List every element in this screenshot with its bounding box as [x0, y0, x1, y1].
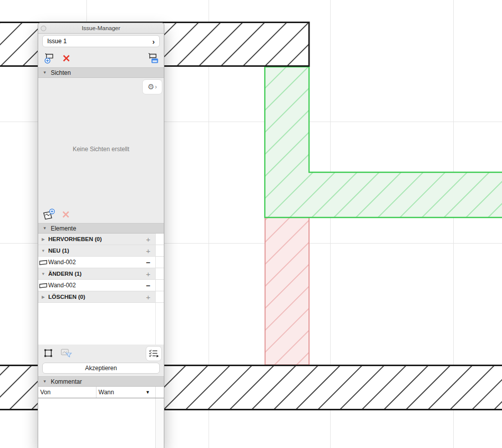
scroll-gutter — [155, 257, 164, 268]
view-actions — [42, 208, 70, 220]
issue-toolbar — [38, 49, 164, 67]
wall-icon — [38, 282, 48, 289]
issue-selector-value: Issue 1 — [47, 38, 152, 45]
disclosure-triangle-icon[interactable]: ▼ — [38, 249, 48, 253]
disclosure-triangle-icon[interactable]: ▼ — [43, 70, 47, 75]
column-header-wann[interactable]: Wann — [96, 387, 140, 398]
wall-changed-red[interactable] — [265, 217, 310, 365]
comment-table-header: Von Wann ▼ — [38, 387, 164, 398]
marquee-select-button[interactable] — [43, 348, 53, 358]
disclosure-triangle-icon[interactable]: ▶ — [38, 237, 48, 242]
column-header-von[interactable]: Von — [38, 387, 96, 398]
wall-new-green[interactable] — [265, 67, 502, 217]
scroll-gutter — [155, 291, 164, 302]
views-settings-button[interactable]: ⚙ › — [142, 79, 162, 94]
create-view-button[interactable] — [42, 208, 55, 220]
new-issue-button[interactable] — [43, 53, 55, 64]
comment-list-empty[interactable] — [38, 398, 164, 448]
disclosure-triangle-icon[interactable]: ▼ — [43, 226, 47, 231]
remove-element-button[interactable]: − — [141, 258, 155, 267]
group-label: HERVORHEBEN (0) — [48, 236, 141, 242]
element-list: ▶ HERVORHEBEN (0) + ▼ NEU (1) + Wand-002… — [38, 234, 164, 303]
section-header-kommentar[interactable]: ▼ Kommentar — [38, 376, 164, 387]
sichten-section-body: ⚙ › Keine Sichten erstellt — [38, 78, 164, 223]
scrollbar-track[interactable] — [155, 398, 164, 448]
delete-view-button-disabled[interactable] — [61, 210, 70, 219]
issue-manager-panel: Issue-Manager Issue 1 › — [38, 23, 164, 448]
issue-selector[interactable]: Issue 1 › — [42, 35, 160, 47]
element-item-wand-002-neu[interactable]: Wand-002 − — [38, 257, 164, 268]
add-element-button[interactable]: + — [141, 235, 155, 244]
element-group-hervorheben[interactable]: ▶ HERVORHEBEN (0) + — [38, 234, 164, 245]
section-header-sichten[interactable]: ▼ Sichten — [38, 67, 164, 78]
section-title: Kommentar — [51, 378, 82, 385]
sort-dropdown-arrow-icon[interactable]: ▼ — [140, 387, 155, 398]
disclosure-triangle-icon[interactable]: ▶ — [38, 295, 48, 299]
wall-icon — [38, 259, 48, 266]
panel-title: Issue-Manager — [38, 25, 164, 31]
add-element-button[interactable]: + — [141, 247, 155, 255]
scroll-gutter — [155, 245, 164, 256]
delete-issue-button[interactable] — [62, 54, 71, 63]
views-empty-message: Keine Sichten erstellt — [38, 146, 164, 153]
scroll-gutter — [155, 387, 164, 398]
element-list-options-button[interactable] — [146, 346, 162, 361]
element-toolbar — [38, 345, 164, 362]
scroll-gutter — [155, 280, 164, 291]
element-group-aendern[interactable]: ▼ ÄNDERN (1) + — [38, 268, 164, 280]
chevron-right-icon: › — [152, 38, 155, 45]
element-group-neu[interactable]: ▼ NEU (1) + — [38, 245, 164, 257]
section-title: Elemente — [51, 225, 76, 232]
scroll-gutter — [155, 234, 164, 245]
element-item-wand-002-aendern[interactable]: Wand-002 − — [38, 280, 164, 291]
filter-elements-button-disabled[interactable] — [60, 348, 72, 358]
panel-titlebar[interactable]: Issue-Manager — [38, 23, 164, 34]
scroll-gutter — [155, 268, 164, 279]
issue-selector-row: Issue 1 › — [38, 34, 164, 49]
group-label: NEU (1) — [48, 248, 141, 254]
disclosure-triangle-icon[interactable]: ▼ — [43, 379, 47, 384]
chevron-right-icon: › — [155, 83, 157, 90]
group-label: ÄNDERN (1) — [48, 271, 141, 277]
gear-icon: ⚙ — [148, 82, 154, 91]
section-title: Sichten — [51, 69, 71, 76]
element-label: Wand-002 — [48, 282, 141, 289]
accept-row: Akzeptieren — [38, 362, 164, 376]
accept-button[interactable]: Akzeptieren — [42, 363, 160, 374]
remove-element-button[interactable]: − — [141, 281, 155, 290]
element-list-empty-area — [38, 303, 164, 345]
section-header-elemente[interactable]: ▼ Elemente — [38, 223, 164, 234]
add-element-button[interactable]: + — [141, 293, 155, 301]
disclosure-triangle-icon[interactable]: ▼ — [38, 272, 48, 276]
add-element-button[interactable]: + — [141, 270, 155, 278]
accept-button-label: Akzeptieren — [85, 365, 117, 372]
element-group-loeschen[interactable]: ▶ LÖSCHEN (0) + — [38, 291, 164, 303]
issue-details-button[interactable] — [147, 53, 159, 64]
group-label: LÖSCHEN (0) — [48, 294, 141, 300]
element-label: Wand-002 — [48, 259, 141, 266]
